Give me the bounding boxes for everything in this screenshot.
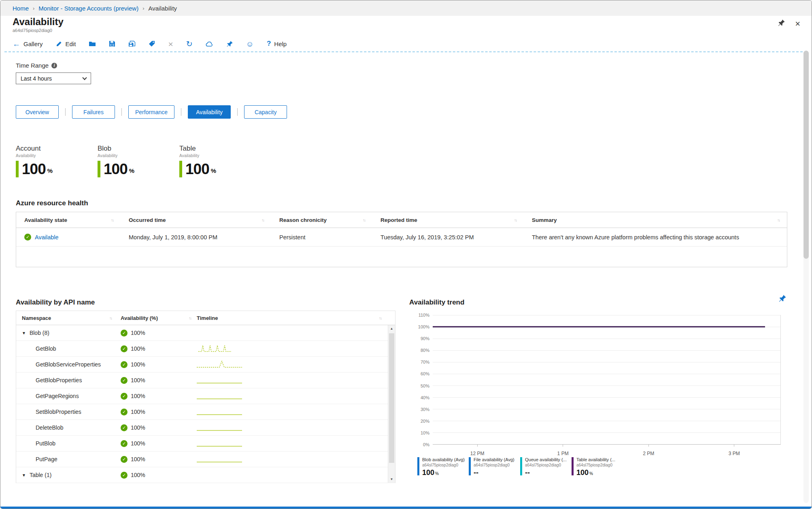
- gridline: [433, 374, 780, 374]
- save-as-button[interactable]: [128, 40, 136, 47]
- y-tick-label: 30%: [421, 407, 429, 412]
- scroll-down-button[interactable]: ▼: [388, 476, 395, 483]
- edit-button[interactable]: Edit: [56, 40, 76, 47]
- api-timeline-cell: [197, 360, 395, 369]
- api-table-row[interactable]: ▼ GetBlobServiceProperties ✓ 100%: [16, 357, 395, 373]
- legend-series-name: Queue availability (...: [525, 457, 567, 462]
- refresh-icon: ↻: [186, 40, 193, 48]
- sort-icon[interactable]: ↑↓: [111, 218, 113, 222]
- check-circle-icon: ✓: [121, 456, 128, 463]
- pin-chart-icon[interactable]: [778, 294, 786, 304]
- time-range-label: Time Range: [16, 62, 49, 69]
- tab-button[interactable]: Overview: [16, 105, 59, 119]
- refresh-button[interactable]: ↻: [186, 40, 193, 48]
- metric-tile[interactable]: Blob Availability 100 %: [98, 145, 179, 177]
- tab-button[interactable]: Failures: [72, 105, 115, 119]
- x-tick-label: 2 PM: [643, 451, 654, 456]
- resource-health-row[interactable]: ✓ Available Monday, July 1, 2019, 8:00:0…: [16, 228, 787, 247]
- api-availability-cell: ✓ 100%: [117, 345, 197, 352]
- tab-button[interactable]: Capacity: [244, 105, 287, 119]
- page-scrollbar[interactable]: [803, 51, 809, 503]
- gallery-button[interactable]: ← Gallery: [13, 40, 43, 48]
- sort-icon[interactable]: ↑↓: [777, 218, 780, 222]
- check-circle-icon: ✓: [24, 234, 31, 241]
- close-blade-icon[interactable]: ×: [795, 19, 800, 28]
- feedback-button[interactable]: ☺: [246, 40, 254, 48]
- api-name-label: GetBlob: [36, 345, 56, 352]
- sort-icon[interactable]: ↑↓: [514, 218, 517, 222]
- metric-tile[interactable]: Table Availability 100 %: [179, 145, 261, 177]
- api-table-row[interactable]: ▼ SetBlobProperties ✓ 100%: [16, 404, 395, 420]
- tab-button[interactable]: Performance: [128, 105, 174, 119]
- scrollbar-thumb[interactable]: [389, 333, 394, 463]
- save-button[interactable]: [109, 40, 115, 47]
- pin-blade-icon[interactable]: [778, 19, 785, 28]
- sort-icon[interactable]: ↑↓: [189, 316, 191, 320]
- api-name-label: PutPage: [36, 456, 57, 462]
- tile-unit: %: [47, 167, 53, 174]
- metric-tile[interactable]: Account Availability 100 %: [16, 145, 98, 177]
- api-table-row[interactable]: ▼ PutBlob ✓ 100%: [16, 436, 395, 451]
- pin-button[interactable]: [226, 40, 233, 47]
- window-bottom-accent: [0, 507, 812, 509]
- sort-icon[interactable]: ↑↓: [379, 316, 381, 320]
- help-button[interactable]: ? Help: [267, 40, 287, 48]
- reason-chronicity-value: Persistent: [271, 234, 372, 241]
- api-availability-cell: ✓ 100%: [117, 393, 197, 400]
- check-circle-icon: ✓: [121, 345, 128, 352]
- availability-state-link[interactable]: Available: [35, 234, 59, 241]
- scrollbar-track[interactable]: [388, 332, 395, 476]
- api-table-row[interactable]: ▼ Table (1) ✓ 100%: [16, 467, 395, 483]
- api-table-row[interactable]: ▼ GetBlobProperties ✓ 100%: [16, 373, 395, 388]
- api-timeline-cell: [197, 391, 395, 401]
- caret-down-icon[interactable]: ▼: [22, 331, 26, 335]
- tab-button[interactable]: Availability: [188, 105, 231, 119]
- api-table-row[interactable]: ▼ DeleteBlob ✓ 100%: [16, 420, 395, 436]
- sort-icon[interactable]: ↑↓: [261, 218, 264, 222]
- api-table-row[interactable]: ▼ GetBlob ✓ 100%: [16, 341, 395, 357]
- tile-metric-label: Availability: [98, 153, 179, 158]
- legend-item[interactable]: Blob availability (Avg) a64sl75piosp2dia…: [417, 457, 469, 477]
- legend-item[interactable]: Queue availability (... a64sl75piosp2dia…: [520, 457, 572, 477]
- open-button[interactable]: [89, 40, 96, 47]
- summary-value: There aren't any known Azure platform pr…: [524, 234, 787, 241]
- breadcrumb-monitor-link[interactable]: Monitor - Storage Accounts (preview): [38, 5, 138, 12]
- tab-divider: [237, 108, 238, 116]
- api-availability-table: Namespace↑↓ Availability (%)↑↓ Timeline↑…: [16, 311, 395, 483]
- caret-down-icon[interactable]: ▼: [22, 473, 26, 477]
- time-range-dropdown[interactable]: Last 4 hours: [16, 72, 91, 84]
- tile-title: Blob: [98, 145, 179, 153]
- tile-status-bar: [16, 161, 19, 177]
- page-scrollbar-thumb[interactable]: [803, 51, 809, 259]
- legend-item[interactable]: File availability (Avg) a64sl75piosp2dia…: [469, 457, 520, 477]
- y-tick-label: 20%: [421, 419, 429, 424]
- scroll-up-button[interactable]: ▲: [388, 325, 395, 332]
- api-availability-cell: ✓ 100%: [117, 424, 197, 431]
- y-tick-label: 40%: [421, 395, 429, 400]
- info-icon[interactable]: i: [51, 63, 57, 68]
- col-availability-pct: Availability (%): [121, 315, 158, 321]
- legend-resource-name: a64sl75piosp2diag0: [474, 463, 514, 467]
- save-icon: [109, 40, 115, 47]
- y-tick-label: 50%: [421, 383, 429, 388]
- gridline: [433, 421, 780, 421]
- api-timeline-cell: [197, 439, 395, 448]
- back-arrow-icon: ←: [13, 40, 20, 48]
- legend-color-bar: [572, 457, 574, 475]
- api-timeline-cell: [197, 375, 395, 385]
- api-timeline-cell: [197, 423, 395, 432]
- legend-item[interactable]: Table availability (... a64sl75piosp2dia…: [572, 457, 623, 477]
- col-namespace: Namespace: [22, 315, 51, 321]
- api-table-row[interactable]: ▼ GetPageRegions ✓ 100%: [16, 388, 395, 404]
- api-table-row[interactable]: ▼ Blob (8) ✓ 100%: [16, 325, 395, 341]
- page-header: Availability a64sl75piosp2diag0: [13, 17, 64, 33]
- availability-tiles: Account Availability 100 % Blob Availabi…: [16, 145, 261, 177]
- tag-button[interactable]: [149, 40, 155, 47]
- sort-icon[interactable]: ↑↓: [363, 218, 365, 222]
- api-table-scrollbar[interactable]: ▲ ▼: [388, 325, 395, 483]
- breadcrumb-home-link[interactable]: Home: [13, 5, 29, 12]
- sort-icon[interactable]: ↑↓: [109, 316, 112, 320]
- api-table-row[interactable]: ▼ PutPage ✓ 100%: [16, 451, 395, 467]
- auto-refresh-button[interactable]: [206, 41, 213, 47]
- discard-button[interactable]: ×: [168, 40, 173, 48]
